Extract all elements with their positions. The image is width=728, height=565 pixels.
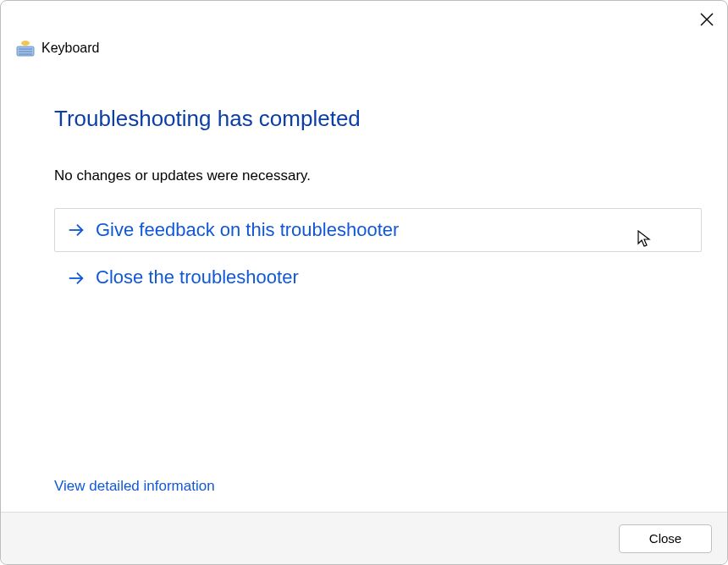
option-give-feedback[interactable]: Give feedback on this troubleshooter (54, 208, 702, 252)
content-area: Troubleshooting has completed No changes… (1, 60, 727, 512)
header: Keyboard (1, 36, 727, 60)
view-detailed-link[interactable]: View detailed information (54, 478, 215, 495)
arrow-right-icon (67, 221, 85, 239)
arrow-right-icon (67, 269, 85, 288)
close-button[interactable]: Close (619, 524, 712, 553)
option-label: Give feedback on this troubleshooter (96, 219, 399, 241)
option-label: Close the troubleshooter (96, 266, 299, 288)
close-icon[interactable] (695, 8, 719, 31)
status-text: No changes or updates were necessary. (54, 167, 702, 184)
option-close-troubleshooter[interactable]: Close the troubleshooter (54, 255, 702, 299)
titlebar (1, 1, 727, 41)
header-label: Keyboard (41, 41, 100, 56)
troubleshooter-window: Keyboard Troubleshooting has completed N… (0, 0, 728, 565)
footer: Close (1, 512, 727, 564)
page-title: Troubleshooting has completed (54, 106, 702, 132)
svg-point-2 (21, 41, 30, 46)
keyboard-icon (16, 41, 33, 56)
